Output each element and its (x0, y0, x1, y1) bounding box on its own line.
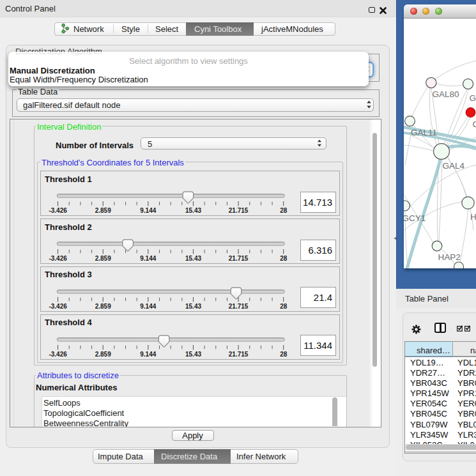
svg-text:2.859: 2.859 (95, 207, 111, 214)
svg-text:2.859: 2.859 (95, 303, 111, 310)
svg-text:28: 28 (280, 351, 288, 358)
svg-text:28: 28 (280, 207, 288, 214)
svg-text:15.43: 15.43 (185, 255, 201, 262)
svg-text:-3.426: -3.426 (49, 351, 67, 358)
svg-text:HAP2: HAP2 (438, 252, 461, 262)
svg-text:CD: CD (473, 119, 476, 129)
svg-text:21.715: 21.715 (229, 351, 249, 358)
svg-text:GCY1: GCY1 (404, 213, 426, 223)
svg-text:-3.426: -3.426 (49, 255, 67, 262)
svg-text:9.144: 9.144 (140, 207, 156, 214)
svg-text:-3.426: -3.426 (49, 207, 67, 214)
svg-text:28: 28 (280, 255, 288, 262)
svg-text:15.43: 15.43 (185, 303, 201, 310)
svg-text:9.144: 9.144 (140, 303, 156, 310)
svg-text:21.715: 21.715 (229, 303, 249, 310)
svg-text:2.859: 2.859 (95, 351, 111, 358)
svg-text:9.144: 9.144 (140, 255, 156, 262)
svg-text:21.715: 21.715 (229, 255, 249, 262)
svg-text:GAL80: GAL80 (433, 89, 459, 99)
svg-text:28: 28 (280, 303, 288, 310)
svg-text:GA: GA (470, 93, 476, 103)
svg-text:21.715: 21.715 (229, 207, 249, 214)
svg-text:GAL11: GAL11 (411, 128, 437, 137)
svg-text:HA: HA (470, 212, 476, 222)
svg-text:15.43: 15.43 (185, 207, 201, 214)
svg-text:GAL4: GAL4 (443, 161, 465, 171)
svg-text:2.859: 2.859 (95, 255, 111, 262)
svg-text:-3.426: -3.426 (49, 303, 67, 310)
svg-text:9.144: 9.144 (140, 351, 156, 358)
svg-text:15.43: 15.43 (185, 351, 201, 358)
